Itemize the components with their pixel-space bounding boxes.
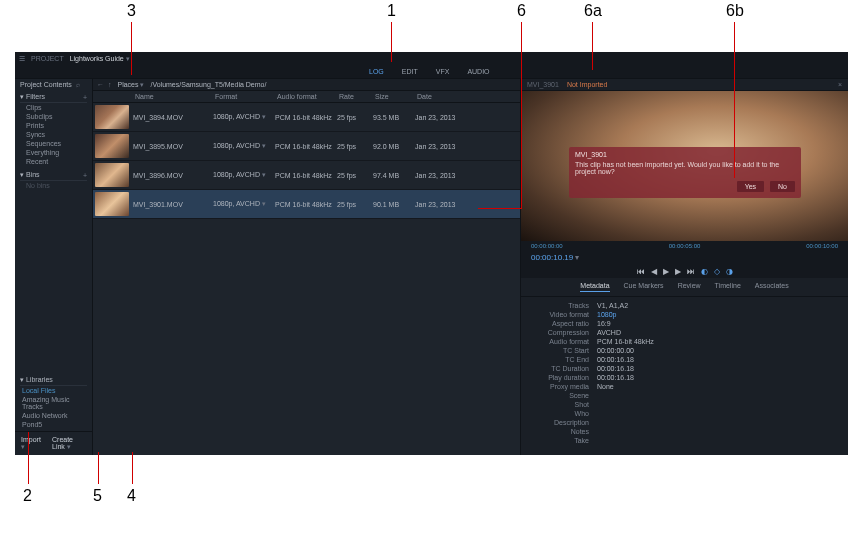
app-window: ☰ PROJECT Lightworks Guide LOG EDIT VFX … [15, 52, 848, 455]
current-timecode[interactable]: 00:00:10.19 [521, 251, 848, 264]
project-label: PROJECT [31, 55, 64, 62]
callout-2: 2 [23, 487, 32, 505]
footer-actions: Import Create Link [15, 431, 92, 455]
metadata-label: Aspect ratio [527, 320, 597, 327]
sidebar-item-syncs[interactable]: Syncs [20, 130, 87, 139]
sidebar-item-prints[interactable]: Prints [20, 121, 87, 130]
viewer-tab-status[interactable]: Not Imported [567, 81, 607, 88]
library-local-files[interactable]: Local Files [20, 386, 87, 395]
search-icon[interactable]: ⌕ [76, 81, 80, 88]
tab-review[interactable]: Review [678, 282, 701, 292]
tab-vfx[interactable]: VFX [436, 68, 450, 75]
callout-line [734, 22, 735, 178]
file-format[interactable]: 1080p, AVCHD [213, 200, 275, 208]
tab-audio[interactable]: AUDIO [467, 68, 489, 75]
tc-start: 00:00:00:00 [531, 243, 563, 249]
nav-back-icon[interactable]: ← [97, 81, 104, 88]
viewer-tab-clip[interactable]: MVI_3901 [527, 81, 559, 88]
metadata-row: Who [527, 409, 842, 418]
add-filter-icon[interactable]: + [83, 94, 87, 101]
metadata-label: Who [527, 410, 597, 417]
metadata-label: Tracks [527, 302, 597, 309]
file-browser: ← ↑ Places /Volumes/Samsung_T5/Media Dem… [93, 79, 520, 455]
project-contents-label: Project Contents [20, 81, 72, 88]
tab-edit[interactable]: EDIT [402, 68, 418, 75]
library-amazing-music[interactable]: Amazing Music Tracks [20, 395, 87, 411]
library-audio-network[interactable]: Audio Network [20, 411, 87, 420]
tc-end: 00:00:10:00 [806, 243, 838, 249]
col-size[interactable]: Size [373, 93, 415, 100]
metadata-label: Proxy media [527, 383, 597, 390]
library-pond5[interactable]: Pond5 [20, 420, 87, 429]
file-size: 97.4 MB [373, 172, 415, 179]
file-row[interactable]: MVI_3896.MOV 1080p, AVCHD PCM 16-bit 48k… [93, 161, 520, 190]
project-name[interactable]: Lightworks Guide [70, 55, 130, 63]
tab-log[interactable]: LOG [369, 68, 384, 75]
step-fwd-icon[interactable]: ▶ [675, 267, 681, 276]
file-format[interactable]: 1080p, AVCHD [213, 113, 275, 121]
create-link-button[interactable]: Create Link [52, 436, 86, 451]
mark-in-icon[interactable]: ◐ [701, 267, 708, 276]
yes-button[interactable]: Yes [737, 181, 764, 192]
path-row: ← ↑ Places /Volumes/Samsung_T5/Media Dem… [93, 79, 520, 91]
mark-out-icon[interactable]: ◑ [726, 267, 733, 276]
col-name[interactable]: Name [133, 93, 213, 100]
file-row[interactable]: MVI_3895.MOV 1080p, AVCHD PCM 16-bit 48k… [93, 132, 520, 161]
bins-header[interactable]: Bins [26, 171, 40, 178]
col-format[interactable]: Format [213, 93, 275, 100]
step-back-icon[interactable]: ◀ [651, 267, 657, 276]
file-row[interactable]: MVI_3894.MOV 1080p, AVCHD PCM 16-bit 48k… [93, 103, 520, 132]
sidebar-item-clips[interactable]: Clips [20, 103, 87, 112]
file-size: 93.5 MB [373, 114, 415, 121]
tab-cue-markers[interactable]: Cue Markers [624, 282, 664, 292]
metadata-label: Audio format [527, 338, 597, 345]
callout-line [28, 432, 29, 484]
file-row[interactable]: MVI_3901.MOV 1080p, AVCHD PCM 16-bit 48k… [93, 190, 520, 219]
libraries-header[interactable]: Libraries [26, 376, 53, 383]
places-dropdown[interactable]: Places [118, 81, 145, 89]
tab-timeline[interactable]: Timeline [715, 282, 741, 292]
sidebar-item-sequences[interactable]: Sequences [20, 139, 87, 148]
sidebar-item-subclips[interactable]: Subclips [20, 112, 87, 121]
thumbnail [95, 105, 129, 129]
file-name: MVI_3901.MOV [133, 201, 213, 208]
metadata-row: Aspect ratio16:9 [527, 319, 842, 328]
close-icon[interactable]: × [838, 81, 842, 88]
col-date[interactable]: Date [415, 93, 467, 100]
callout-3: 3 [127, 2, 136, 20]
file-rate: 25 fps [337, 172, 373, 179]
tab-associates[interactable]: Associates [755, 282, 789, 292]
no-button[interactable]: No [770, 181, 795, 192]
import-button[interactable]: Import [21, 436, 42, 451]
menu-icon[interactable]: ☰ [19, 55, 25, 63]
metadata-row: Description [527, 418, 842, 427]
clear-marks-icon[interactable]: ◇ [714, 267, 720, 276]
col-audio[interactable]: Audio format [275, 93, 337, 100]
metadata-label: Take [527, 437, 597, 444]
tab-metadata[interactable]: Metadata [580, 282, 609, 292]
sidebar-item-everything[interactable]: Everything [20, 148, 87, 157]
sidebar-item-recent[interactable]: Recent [20, 157, 87, 166]
jump-end-icon[interactable]: ⏭ [687, 267, 695, 276]
metadata-tabs: Metadata Cue Markers Review Timeline Ass… [521, 278, 848, 297]
file-format[interactable]: 1080p, AVCHD [213, 171, 275, 179]
file-audio: PCM 16-bit 48kHz [275, 143, 337, 150]
nav-up-icon[interactable]: ↑ [108, 81, 112, 88]
metadata-label: Scene [527, 392, 597, 399]
col-rate[interactable]: Rate [337, 93, 373, 100]
file-date: Jan 23, 2013 [415, 114, 467, 121]
path-location[interactable]: /Volumes/Samsung_T5/Media Demo/ [150, 81, 266, 88]
viewer[interactable]: MVI_3901 This clip has not been imported… [521, 91, 848, 241]
timecode-ruler[interactable]: 00:00:00:00 00:00:05:00 00:00:10:00 [521, 241, 848, 251]
jump-start-icon[interactable]: ⏮ [637, 267, 645, 276]
metadata-value[interactable]: 1080p [597, 311, 616, 318]
file-format[interactable]: 1080p, AVCHD [213, 142, 275, 150]
filters-header[interactable]: Filters [26, 93, 45, 100]
metadata-value: 00:00:16.18 [597, 365, 634, 372]
add-bin-icon[interactable]: + [83, 172, 87, 179]
metadata-label: TC End [527, 356, 597, 363]
play-icon[interactable]: ▶ [663, 267, 669, 276]
file-audio: PCM 16-bit 48kHz [275, 114, 337, 121]
metadata-row: Take [527, 436, 842, 445]
metadata-row: Scene [527, 391, 842, 400]
